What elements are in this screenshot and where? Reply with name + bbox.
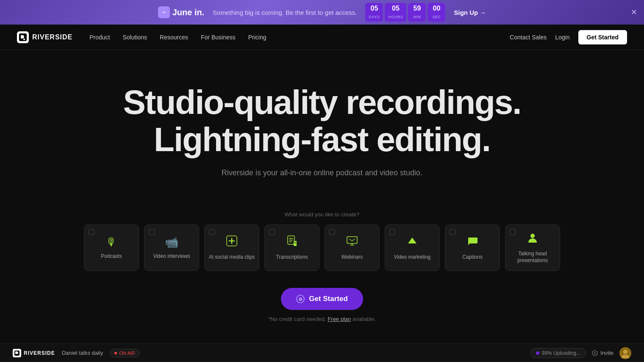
bottom-logo-icon (13, 349, 21, 357)
captions-checkbox[interactable] (450, 229, 455, 235)
captions-label: Captions (462, 254, 482, 261)
announcement-banner: June in. Something big is coming. Be the… (0, 0, 644, 25)
upload-dot (536, 351, 539, 355)
nav-right-actions: Contact Sales Login Get Started (510, 30, 627, 44)
video-interviews-checkbox[interactable] (149, 229, 155, 235)
create-card-video-interviews[interactable]: 📹 Video interviews (144, 224, 199, 271)
nav-solutions[interactable]: Solutions (123, 34, 147, 41)
bottom-status-bar: RIVERSIDE Daniel talks daily ON AIR 99% … (0, 343, 644, 362)
on-air-badge: ON AIR (110, 349, 139, 357)
transcriptions-icon (286, 235, 298, 250)
talking-head-label: Talking head presentations (505, 251, 560, 264)
countdown-sec: 00 SEC (427, 3, 445, 22)
banner-signup-link[interactable]: Sign Up → (454, 9, 486, 16)
create-options-grid: 🎙 Podcasts 📹 Video interviews AI social … (17, 224, 627, 271)
svg-rect-4 (294, 241, 297, 246)
cta-section: ⊙ Get Started *No credit card needed. Fr… (0, 271, 644, 331)
create-card-ai-social[interactable]: AI social media clips (204, 224, 259, 271)
cta-btn-icon: ⊙ (296, 295, 305, 303)
hero-subtitle: Riverside is your all-in-one online podc… (17, 169, 627, 177)
create-card-podcasts[interactable]: 🎙 Podcasts (84, 224, 139, 271)
main-get-started-button[interactable]: ⊙ Get Started (281, 288, 363, 310)
podcasts-checkbox[interactable] (89, 229, 94, 235)
banner-message: Something big is coming. Be the first to… (213, 9, 357, 16)
podcasts-icon: 🎙 (106, 236, 117, 249)
nav-product[interactable]: Product (89, 34, 110, 41)
transcriptions-checkbox[interactable] (269, 229, 275, 235)
on-air-dot (114, 352, 117, 354)
video-marketing-checkbox[interactable] (389, 229, 395, 235)
webinars-checkbox[interactable] (329, 229, 335, 235)
nav-contact-sales[interactable]: Contact Sales (510, 34, 547, 41)
user-avatar (619, 347, 631, 359)
nav-get-started-button[interactable]: Get Started (578, 30, 627, 44)
junein-brand: June in. (172, 8, 205, 17)
cta-free-plan-link[interactable]: Free plan (328, 316, 351, 322)
hero-headline: Studio-quality recordings. Lightning-fas… (17, 84, 627, 158)
hero-section: Studio-quality recordings. Lightning-fas… (0, 50, 644, 211)
invite-label: Invite (600, 350, 613, 356)
transcriptions-label: Transcriptions (276, 254, 308, 261)
podcasts-label: Podcasts (101, 253, 122, 260)
hero-headline-line2: Lightning-fast editing. (154, 121, 490, 158)
create-card-captions[interactable]: Captions (445, 224, 500, 271)
talking-head-checkbox[interactable] (510, 229, 516, 235)
talking-head-icon (527, 232, 539, 246)
bottom-brand-name: RIVERSIDE (24, 350, 55, 356)
create-card-webinars[interactable]: Webinars (325, 224, 380, 271)
uploading-badge: 99% Uploading... (530, 348, 586, 358)
countdown-min: 59 MIN (408, 3, 426, 22)
nav-logo: RIVERSIDE (17, 31, 72, 43)
riverside-logo-icon (17, 31, 29, 43)
nav-for-business[interactable]: For Business (201, 34, 236, 41)
nav-brand-name: RIVERSIDE (32, 33, 72, 41)
countdown-days: 05 DAYS (365, 3, 383, 22)
create-card-video-marketing[interactable]: Video marketing (385, 224, 440, 271)
hero-headline-line1: Studio-quality recordings. (123, 83, 521, 121)
video-marketing-icon (406, 235, 418, 250)
captions-icon (466, 235, 478, 250)
ai-social-checkbox[interactable] (209, 229, 215, 235)
on-air-label: ON AIR (119, 351, 135, 356)
webinars-label: Webinars (341, 254, 363, 261)
cta-note-text: *No credit card needed. (268, 316, 326, 322)
svg-point-10 (623, 350, 627, 354)
create-card-transcriptions[interactable]: Transcriptions (264, 224, 319, 271)
banner-close-button[interactable]: ✕ (631, 8, 637, 17)
cta-note: *No credit card needed. Free plan availa… (17, 316, 627, 322)
create-options-section: What would you like to create? 🎙 Podcast… (0, 211, 644, 271)
banner-logo: June in. (158, 6, 205, 18)
uploading-text: 99% Uploading... (542, 350, 580, 356)
nav-resources[interactable]: Resources (160, 34, 188, 41)
bottom-right-actions: 99% Uploading... Invite (530, 347, 631, 359)
svg-point-1 (23, 39, 25, 40)
nav-links: Product Solutions Resources For Business… (89, 34, 510, 41)
svg-point-6 (530, 234, 535, 238)
ai-social-icon (226, 235, 238, 250)
video-interviews-label: Video interviews (153, 253, 190, 260)
svg-rect-5 (347, 237, 357, 243)
create-card-talking-head[interactable]: Talking head presentations (505, 224, 560, 271)
junein-logo-icon (158, 6, 170, 18)
bottom-studio-name: Daniel talks daily (62, 350, 103, 356)
cta-btn-label: Get Started (309, 295, 348, 303)
countdown-timer: 05 DAYS 05 HOURS 59 MIN 00 SEC (365, 3, 445, 22)
create-label: What would you like to create? (17, 211, 627, 218)
invite-button[interactable]: Invite (592, 350, 613, 356)
countdown-hours: 05 HOURS (385, 3, 406, 22)
webinars-icon (346, 235, 358, 250)
bottom-logo: RIVERSIDE (13, 349, 55, 357)
nav-pricing[interactable]: Pricing (248, 34, 266, 41)
video-marketing-label: Video marketing (394, 254, 431, 261)
nav-login[interactable]: Login (555, 34, 569, 41)
video-interviews-icon: 📹 (165, 236, 178, 249)
cta-available-text: available. (353, 316, 376, 322)
main-navbar: RIVERSIDE Product Solutions Resources Fo… (0, 25, 644, 50)
ai-social-label: AI social media clips (209, 254, 255, 261)
